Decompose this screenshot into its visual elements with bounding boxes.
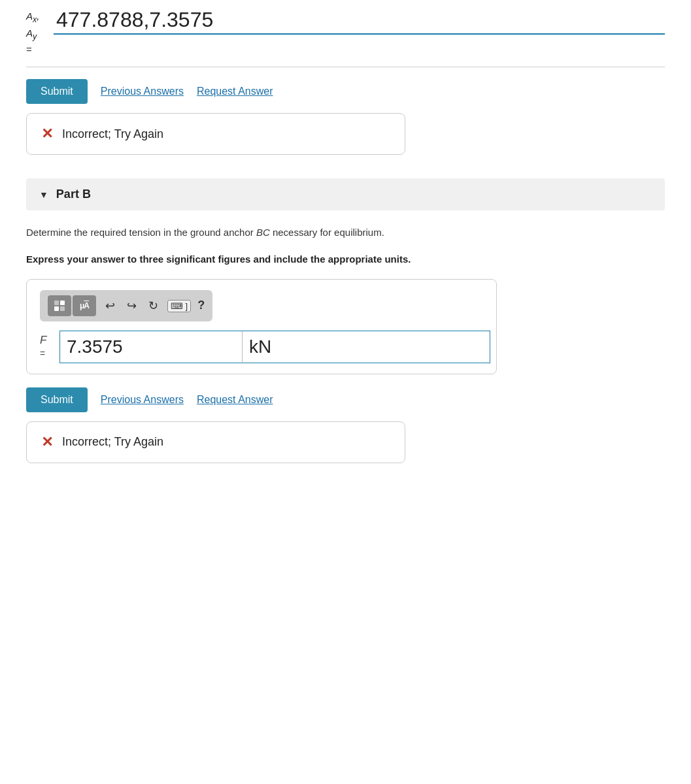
toolbar-reload-btn[interactable]: ↻ [146,297,161,314]
bc-italic: BC [256,227,270,238]
part-b-previous-answers-link[interactable]: Previous Answers [101,394,184,406]
part-b-feedback-box: ✕ Incorrect; Try Again [26,421,405,463]
part-b-request-answer-link[interactable]: Request Answer [197,394,273,406]
top-answer-section: Ax, Ay = [26,7,665,67]
express-note: Express your answer to three significant… [26,252,484,267]
svg-rect-1 [60,301,65,305]
top-label-block: Ax, Ay = [26,7,46,56]
toolbar-undo-btn[interactable]: ↩ [103,297,118,314]
part-b-feedback-text: Incorrect; Try Again [62,435,163,449]
toolbar-mu-btn[interactable]: μA [73,295,96,316]
part-b-error-icon: ✕ [41,434,53,451]
ay-label: Ay [26,27,37,39]
toolbar-help-btn[interactable]: ? [197,299,205,312]
toolbar-squares-group: μA [48,295,96,316]
top-previous-answers-link[interactable]: Previous Answers [101,86,184,97]
top-input-row: Ax, Ay = [26,7,665,56]
part-b-section: ▼ Part B Determine the required tension … [26,178,665,463]
part-b-unit-input[interactable] [243,331,490,363]
part-b-header[interactable]: ▼ Part B [26,178,665,210]
f-label-block: F = [40,334,59,359]
math-input-container: μA ↩ ↪ ↻ ⌨ ] ? F = [26,279,497,374]
top-answer-input[interactable] [54,7,665,35]
svg-rect-3 [60,306,65,311]
part-b-value-input[interactable] [59,331,243,363]
part-b-description: Determine the required tension in the gr… [26,225,484,240]
page-container: Ax, Ay = Submit Previous Answers Request… [0,0,691,489]
part-b-submit-button[interactable]: Submit [26,387,88,412]
top-feedback-box: ✕ Incorrect; Try Again [26,113,405,155]
top-request-answer-link[interactable]: Request Answer [197,86,273,97]
top-error-icon: ✕ [41,125,53,142]
top-feedback-text: Incorrect; Try Again [62,127,163,141]
toolbar-keyboard-btn[interactable]: ⌨ ] [167,300,191,311]
toolbar-redo-btn[interactable]: ↪ [124,297,139,314]
part-b-action-row: Submit Previous Answers Request Answer [26,387,665,412]
top-action-row: Submit Previous Answers Request Answer [26,79,665,104]
part-b-title: Part B [56,188,91,201]
top-submit-button[interactable]: Submit [26,79,88,104]
ax-label: Ax, [26,10,39,22]
math-input-row: F = [40,331,483,363]
math-toolbar: μA ↩ ↪ ↻ ⌨ ] ? [40,290,212,321]
eq-label: = [26,44,32,55]
chevron-down-icon: ▼ [39,189,48,200]
svg-rect-0 [54,301,59,305]
svg-rect-2 [54,306,59,311]
toolbar-squares-btn[interactable] [48,295,71,316]
